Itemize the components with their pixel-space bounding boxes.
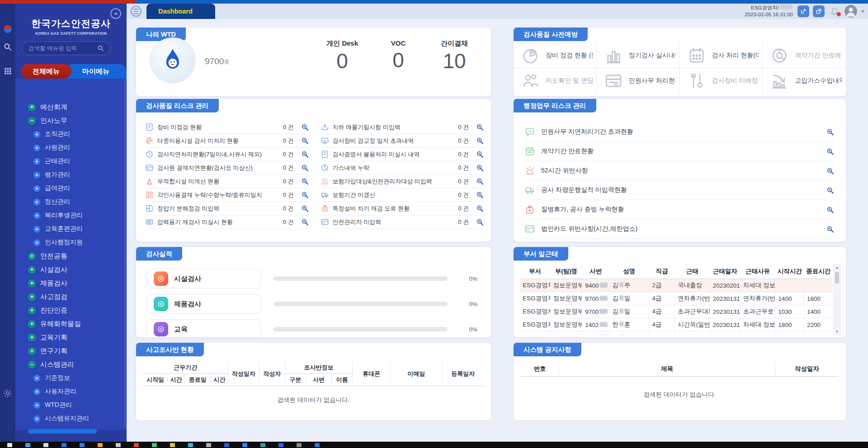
magnifier-icon[interactable] <box>476 123 484 131</box>
sidebar-item[interactable]: +교육훈련관리 <box>15 222 127 236</box>
performance-label-box[interactable]: 제품검사 <box>147 294 261 314</box>
sidebar-item[interactable]: −시스템관리 <box>15 358 127 371</box>
sidebar-scrollbar-track[interactable] <box>124 79 126 428</box>
windows-taskbar[interactable] <box>0 442 868 448</box>
magnifier-icon[interactable] <box>826 167 834 175</box>
sidebar-item[interactable]: −인사노무 <box>15 114 127 127</box>
table-row[interactable]: ESG경영처정보운영부9700김일4급초과근무대체20230131초과근무로10… <box>520 305 833 318</box>
sidebar-hscroll-thumb[interactable] <box>28 429 97 434</box>
sidebar-item[interactable]: +시설검사 <box>15 263 127 276</box>
magnifier-icon[interactable] <box>476 137 484 145</box>
table-row[interactable]: ESG경영처정보운영부1402한훈4급시간외(일반)20230131차세대 정보… <box>520 318 833 331</box>
taskbar-icon[interactable] <box>116 443 121 447</box>
taskbar-icon[interactable] <box>134 443 139 447</box>
attendance-scrollbar[interactable]: ▲ ▼ <box>834 264 840 335</box>
magnifier-icon[interactable] <box>826 206 834 214</box>
magnifier-icon[interactable] <box>826 128 834 136</box>
magnifier-icon[interactable] <box>301 150 309 158</box>
magnifier-icon[interactable] <box>476 150 484 158</box>
sidebar-item[interactable]: +복리후생관리 <box>15 209 127 222</box>
sidebar-item[interactable]: +안전공통 <box>15 249 127 263</box>
sidebar-item[interactable]: +정산관리 <box>15 195 127 209</box>
taskbar-icon[interactable] <box>152 443 157 447</box>
magnifier-icon[interactable] <box>301 123 309 131</box>
hamburger-icon[interactable] <box>131 6 142 17</box>
table-row[interactable]: ESG경영처정보운영부1402한훈4급야간근무(본)20230131차세대 정보… <box>520 331 833 336</box>
sidebar-item[interactable]: +인사행정지원 <box>15 236 127 249</box>
magnifier-icon[interactable] <box>826 225 834 233</box>
performance-label-box[interactable]: 교육 <box>147 319 261 339</box>
sidebar-item[interactable]: +교육기획 <box>15 331 127 344</box>
magnifier-icon[interactable] <box>476 164 484 172</box>
taskbar-icon[interactable] <box>61 443 66 447</box>
magnifier-icon[interactable] <box>301 205 309 212</box>
sidebar-item[interactable]: +시스템유지관리 <box>15 412 127 425</box>
tab-dashboard[interactable]: Dashboard <box>146 4 215 19</box>
sidebar-item[interactable]: +평가관리 <box>15 168 127 182</box>
scroll-down-icon[interactable]: ▼ <box>835 330 839 334</box>
menu-search-input[interactable] <box>28 45 94 52</box>
sidebar-item[interactable]: +예산회계 <box>15 100 127 114</box>
prevention-tile[interactable]: 고압가스수입내역 <box>763 68 846 93</box>
grid-icon[interactable] <box>0 67 15 75</box>
gear-icon[interactable] <box>0 388 15 398</box>
taskbar-icon[interactable] <box>278 443 283 447</box>
sidebar-item[interactable]: +근태관리 <box>15 154 127 168</box>
taskbar-icon[interactable] <box>315 443 320 447</box>
magnifier-icon[interactable] <box>301 218 309 226</box>
prevention-tile[interactable]: 민원사무 처리현황 <box>597 68 680 93</box>
tab-all-menu[interactable]: 전체메뉴 <box>21 64 71 79</box>
magnifier-icon[interactable] <box>301 164 309 172</box>
taskbar-icon[interactable] <box>206 443 211 447</box>
magnifier-icon[interactable] <box>301 177 309 185</box>
sidebar-item[interactable]: +기준정보 <box>15 371 127 385</box>
taskbar-icon[interactable] <box>25 443 30 447</box>
scroll-up-icon[interactable]: ▲ <box>835 266 839 270</box>
magnifier-icon[interactable] <box>826 148 834 155</box>
prevention-tile[interactable]: 계약기간 만료예정 <box>763 43 846 68</box>
bell-icon[interactable] <box>830 6 840 16</box>
sidebar-item[interactable]: +조직관리 <box>15 127 127 141</box>
sidebar-item[interactable]: +WTD관리 <box>15 398 127 412</box>
taskbar-icon[interactable] <box>224 443 229 447</box>
taskbar-icon[interactable] <box>80 443 85 447</box>
magnifier-icon[interactable] <box>826 187 834 194</box>
magnifier-icon[interactable] <box>476 191 484 199</box>
taskbar-icon[interactable] <box>297 443 302 447</box>
magnifier-icon[interactable] <box>476 177 484 185</box>
prevention-tile[interactable]: 지도확인 및 면담현황 <box>514 68 597 93</box>
table-row[interactable]: ESG경영처정보운영부9700김일4급연차휴가(반차)20230131연차휴가(… <box>520 292 833 305</box>
prevention-tile[interactable]: 검사장비 미배정현황 <box>680 68 763 93</box>
sidebar-item[interactable]: +진단인증 <box>15 303 127 317</box>
tab-my-menu[interactable]: 마이메뉴 <box>65 64 127 79</box>
taskbar-icon[interactable] <box>170 443 175 447</box>
magnifier-icon[interactable] <box>476 205 484 212</box>
scroll-thumb[interactable] <box>835 272 839 284</box>
taskbar-icon[interactable] <box>98 443 103 447</box>
magnifier-icon[interactable] <box>301 191 309 199</box>
sidebar-item[interactable]: +사원관리 <box>15 141 127 154</box>
prevention-tile[interactable]: 정기검사 실시내역... <box>597 43 680 68</box>
performance-label-box[interactable]: 시설검사 <box>147 269 261 289</box>
taskbar-icon[interactable] <box>188 443 193 447</box>
search-icon[interactable] <box>97 45 104 52</box>
magnifier-icon[interactable] <box>301 137 309 145</box>
sidebar-item[interactable]: +연구기획 <box>15 344 127 358</box>
chevron-down-icon[interactable]: ▼ <box>860 9 865 14</box>
sidebar-item[interactable]: +급여관리 <box>15 182 127 195</box>
sidebar-item[interactable]: +제품검사 <box>15 276 127 290</box>
sidebar-item[interactable]: +사용자관리 <box>15 385 127 398</box>
search-icon[interactable] <box>0 42 15 51</box>
sidebar-item[interactable]: +사고점검 <box>15 290 127 303</box>
taskbar-icon[interactable] <box>242 443 247 447</box>
prevention-tile[interactable]: 검사 처리 현황(다중... <box>680 43 763 68</box>
taskbar-icon[interactable] <box>43 443 48 447</box>
external-link-icon[interactable] <box>797 5 809 17</box>
sidebar-item[interactable]: +유해화학물질 <box>15 317 127 331</box>
prevention-tile[interactable]: 장비 점검 현황 (분기) <box>514 43 597 68</box>
magnifier-icon[interactable] <box>476 218 484 226</box>
taskbar-icon[interactable] <box>260 443 265 447</box>
avatar[interactable] <box>844 5 857 18</box>
taskbar-icon[interactable] <box>7 443 12 447</box>
table-row[interactable]: ESG경영처정보운영부9400김주2급국내출장20230201차세대 정보 <box>520 279 833 292</box>
